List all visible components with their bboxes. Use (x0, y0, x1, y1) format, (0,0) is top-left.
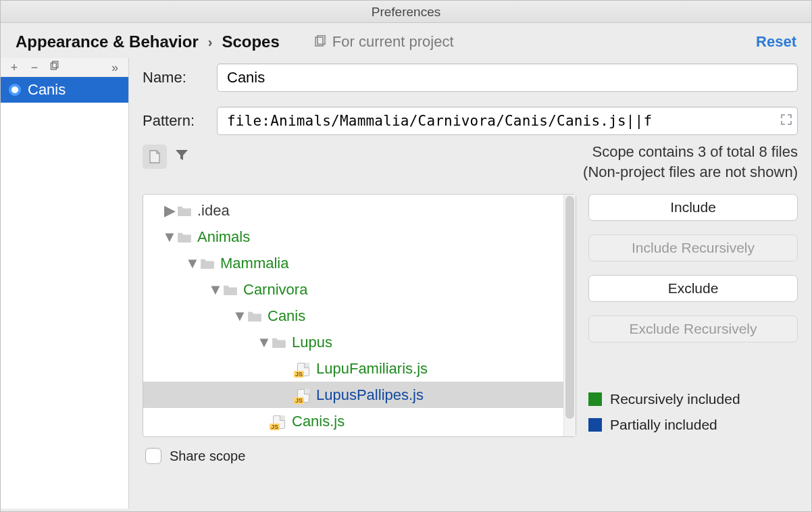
include-button[interactable]: Include (588, 194, 798, 221)
tree-folder[interactable]: ▼Animals (143, 224, 563, 250)
file-icon (149, 150, 161, 163)
share-scope-checkbox[interactable] (145, 448, 161, 464)
share-scope-label: Share scope (170, 449, 245, 464)
copy-icon (49, 61, 60, 72)
breadcrumb-root[interactable]: Appearance & Behavior (16, 32, 199, 51)
include-recursively-button[interactable]: Include Recursively (588, 234, 798, 261)
breadcrumb-current: Scopes (222, 32, 279, 51)
tree-folder[interactable]: ▼Mammalia (143, 250, 563, 276)
name-row: Name: (143, 63, 798, 92)
swatch-navy (588, 418, 602, 432)
svg-rect-2 (51, 63, 56, 70)
window-title: Preferences (1, 1, 811, 23)
svg-rect-3 (53, 61, 58, 68)
legend-recursively: Recursively included (610, 391, 740, 407)
reset-link[interactable]: Reset (756, 33, 796, 51)
more-button[interactable]: » (108, 61, 122, 74)
name-input[interactable] (217, 63, 798, 92)
tree-folder[interactable]: ▶.idea (143, 197, 563, 224)
pattern-input[interactable] (217, 107, 798, 135)
status-line-1: Scope contains 3 of total 8 files (447, 142, 798, 162)
swatch-green (588, 392, 602, 406)
tree-file[interactable]: JSLupuFamiliaris.js (143, 355, 563, 382)
copy-button[interactable] (48, 61, 61, 74)
filter-button[interactable] (174, 147, 190, 167)
sidebar-item-canis[interactable]: Canis (1, 77, 128, 103)
funnel-icon (174, 147, 190, 163)
name-label: Name: (143, 69, 207, 86)
main-panel: Name: Pattern: Scope contains 3 of total… (129, 58, 811, 509)
sidebar: + − » Canis (1, 58, 129, 509)
current-project-label: For current project (332, 33, 454, 51)
breadcrumb-bar: Appearance & Behavior › Scopes For curre… (1, 23, 811, 58)
copy-icon (313, 35, 327, 49)
scope-status: Scope contains 3 of total 8 files (Non-p… (447, 142, 798, 182)
tree-folder[interactable]: ▼Lupus (143, 329, 563, 355)
add-button[interactable]: + (7, 61, 21, 74)
pattern-label: Pattern: (143, 112, 207, 130)
current-project-hint: For current project (313, 33, 454, 51)
tree-toolbar (143, 142, 190, 176)
scrollbar[interactable] (563, 195, 576, 436)
radio-icon (9, 84, 21, 96)
tree-file[interactable]: JSCanis.js (143, 408, 563, 434)
remove-button[interactable]: − (28, 61, 41, 74)
chevron-right-icon: › (208, 34, 213, 50)
new-file-button[interactable] (143, 145, 167, 169)
tree-file[interactable]: JSLupusPallipes.js (143, 382, 563, 408)
exclude-recursively-button[interactable]: Exclude Recursively (588, 315, 798, 342)
tree-folder[interactable]: ▼Carnivora (143, 276, 563, 303)
legend-partially: Partially included (610, 417, 717, 433)
legend: Recursively included Partially included (588, 391, 798, 433)
sidebar-item-label: Canis (28, 81, 66, 99)
pattern-row: Pattern: (143, 107, 798, 135)
actions-column: Include Include Recursively Exclude Excl… (588, 194, 798, 433)
tree-folder[interactable]: ▼Canis (143, 303, 563, 329)
expand-icon[interactable] (780, 113, 792, 128)
status-line-2: (Non-project files are not shown) (447, 162, 798, 182)
share-scope-row: Share scope (143, 448, 798, 464)
file-tree[interactable]: ▶.idea▼Animals▼Mammalia▼Carnivora▼Canis▼… (143, 194, 576, 437)
exclude-button[interactable]: Exclude (588, 275, 798, 302)
sidebar-toolbar: + − » (1, 58, 128, 77)
